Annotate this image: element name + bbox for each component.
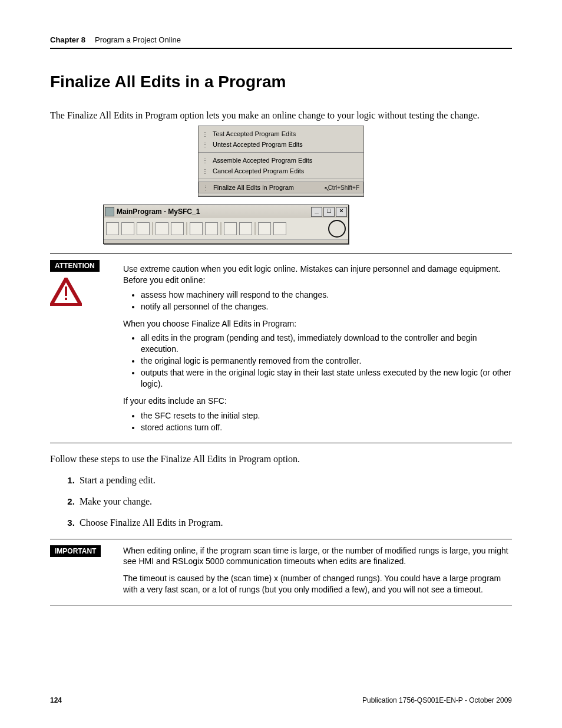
toolbar-separator bbox=[254, 222, 256, 235]
step-item: Choose Finalize All Edits in Program. bbox=[77, 518, 512, 528]
finalize-toolbar-button[interactable] bbox=[331, 223, 343, 235]
edits-icon: ⋮ bbox=[201, 167, 209, 175]
attention-bullet: stored actions turn off. bbox=[141, 422, 512, 433]
menu-item-shortcut: Ctrl+Shift+F bbox=[328, 185, 359, 191]
chapter-title: Program a Project Online bbox=[95, 35, 181, 44]
attention-bullet: the original logic is permanently remove… bbox=[141, 355, 512, 367]
attention-bullet: the SFC resets to the initial step. bbox=[141, 410, 512, 421]
intro-paragraph: The Finalize All Edits in Program option… bbox=[50, 110, 512, 121]
menu-item-label: Finalize All Edits in Program bbox=[213, 184, 323, 191]
window-titlebar: MainProgram - MySFC_1 _ □ × bbox=[104, 205, 348, 218]
toolbar-button[interactable] bbox=[239, 222, 252, 235]
svg-rect-0 bbox=[65, 286, 67, 296]
page-title: Finalize All Edits in a Program bbox=[50, 73, 512, 91]
context-menu: ⋮ Test Accepted Program Edits ⋮ Untest A… bbox=[198, 126, 364, 196]
menu-item-label: Cancel Accepted Program Edits bbox=[213, 167, 360, 174]
divider bbox=[50, 605, 512, 605]
page-number: 124 bbox=[50, 696, 62, 704]
warning-icon bbox=[50, 278, 82, 306]
step-item: Make your change. bbox=[77, 496, 512, 507]
menu-item-finalize-edits[interactable]: ⋮ Finalize All Edits in Program ↖ Ctrl+S… bbox=[199, 182, 363, 193]
window-icon bbox=[105, 207, 114, 216]
edits-icon: ⋮ bbox=[201, 156, 209, 164]
maximize-button[interactable]: □ bbox=[323, 207, 335, 217]
toolbar-button[interactable] bbox=[273, 222, 286, 235]
menu-item-untest-edits[interactable]: ⋮ Untest Accepted Program Edits bbox=[199, 139, 363, 150]
step-item: Start a pending edit. bbox=[77, 475, 512, 486]
editor-toolbar bbox=[104, 218, 348, 239]
toolbar-button[interactable] bbox=[171, 222, 184, 235]
toolbar-button[interactable] bbox=[137, 222, 150, 235]
window-title: MainProgram - MySFC_1 bbox=[117, 207, 200, 216]
important-callout: IMPORTANT When editing online, if the pr… bbox=[50, 545, 512, 602]
attention-bullet: all edits in the program (pending and te… bbox=[141, 332, 512, 355]
publication-id: Publication 1756-QS001E-EN-P - October 2… bbox=[362, 696, 512, 704]
toolbar-separator bbox=[186, 222, 187, 235]
close-button[interactable]: × bbox=[336, 207, 347, 217]
attention-bullet: notify all personnel of the changes. bbox=[141, 301, 512, 312]
toolbar-button[interactable] bbox=[258, 222, 271, 235]
edits-icon: ⋮ bbox=[201, 183, 210, 192]
running-header: Chapter 8 Program a Project Online bbox=[50, 35, 512, 48]
toolbar-button[interactable] bbox=[224, 222, 237, 235]
attention-text: Use extreme caution when you edit logic … bbox=[123, 263, 512, 286]
attention-callout: ATTENTION Use extreme caution when you e… bbox=[50, 260, 512, 439]
important-text: When editing online, if the program scan… bbox=[123, 545, 512, 568]
page: Chapter 8 Program a Project Online Final… bbox=[0, 0, 562, 728]
editor-window: MainProgram - MySFC_1 _ □ × bbox=[103, 205, 349, 244]
window-strip bbox=[104, 239, 348, 243]
attention-bullet: outputs that were in the original logic … bbox=[141, 367, 512, 390]
cursor-icon: ↖ bbox=[324, 185, 329, 193]
attention-label: ATTENTION bbox=[50, 260, 100, 272]
divider bbox=[50, 539, 512, 539]
toolbar-button[interactable] bbox=[156, 222, 168, 235]
edits-icon: ⋮ bbox=[201, 130, 209, 138]
attention-bullet: assess how machinery will respond to the… bbox=[141, 289, 512, 301]
menu-item-assemble-edits[interactable]: ⋮ Assemble Accepted Program Edits bbox=[199, 155, 363, 166]
attention-text: If your edits include an SFC: bbox=[123, 396, 512, 407]
divider bbox=[50, 48, 512, 49]
divider bbox=[50, 253, 512, 254]
menu-item-label: Assemble Accepted Program Edits bbox=[213, 157, 360, 164]
attention-text: When you choose Finalize All Edits in Pr… bbox=[123, 318, 512, 330]
toolbar-separator bbox=[152, 222, 153, 235]
page-footer: 124 Publication 1756-QS001E-EN-P - Octob… bbox=[50, 696, 512, 704]
important-label: IMPORTANT bbox=[50, 545, 101, 557]
toolbar-button[interactable] bbox=[121, 222, 134, 235]
minimize-button[interactable]: _ bbox=[311, 207, 322, 217]
toolbar-separator bbox=[220, 222, 222, 235]
menu-item-cancel-edits[interactable]: ⋮ Cancel Accepted Program Edits bbox=[199, 166, 363, 176]
svg-rect-1 bbox=[65, 298, 67, 300]
menu-item-label: Untest Accepted Program Edits bbox=[213, 141, 360, 148]
toolbar-button[interactable] bbox=[205, 222, 218, 235]
divider bbox=[50, 443, 512, 443]
finalize-toolbar-button-highlight bbox=[328, 220, 346, 238]
menu-item-label: Test Accepted Program Edits bbox=[213, 130, 360, 137]
steps-lead: Follow these steps to use the Finalize A… bbox=[50, 454, 512, 465]
menu-item-test-edits[interactable]: ⋮ Test Accepted Program Edits bbox=[199, 129, 363, 139]
chapter-label: Chapter 8 bbox=[50, 35, 85, 44]
edits-icon: ⋮ bbox=[201, 140, 209, 149]
toolbar-button[interactable] bbox=[190, 222, 203, 235]
toolbar-button[interactable] bbox=[106, 222, 119, 235]
steps-list: Start a pending edit. Make your change. … bbox=[65, 475, 512, 528]
important-text: The timeout is caused by the (scan time)… bbox=[123, 573, 512, 595]
